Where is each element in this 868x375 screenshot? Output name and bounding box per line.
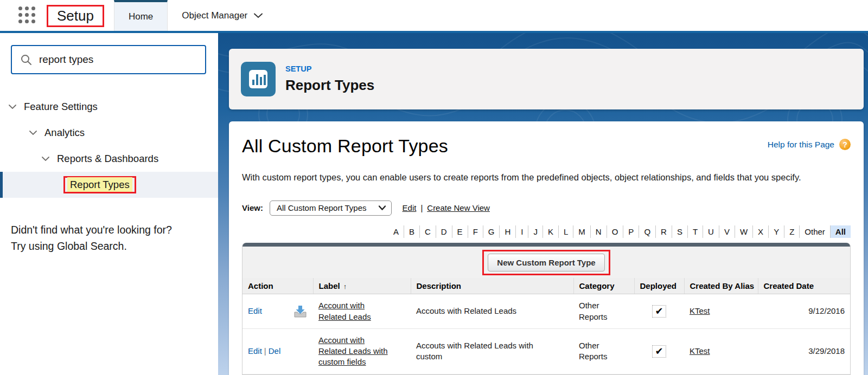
setup-main-area: SETUP Report Types All Custom Report Typ… bbox=[218, 33, 868, 375]
chevron-down-icon bbox=[254, 13, 263, 18]
alphabet-letter[interactable]: T bbox=[688, 225, 703, 238]
list-view-title: All Custom Report Types bbox=[242, 135, 448, 157]
app-launcher-icon[interactable] bbox=[18, 7, 37, 25]
chevron-down-icon bbox=[9, 105, 16, 109]
chevron-down-icon bbox=[29, 131, 37, 135]
row-description: Accouts with Related Leads with custom bbox=[416, 340, 546, 363]
row-edit-link[interactable]: Edit bbox=[248, 306, 262, 316]
col-header-deployed[interactable]: Deployed bbox=[634, 278, 684, 294]
alphabet-letter[interactable]: M bbox=[573, 225, 591, 238]
top-navigation-bar: Setup Home Object Manager bbox=[0, 0, 868, 31]
tab-object-manager-label: Object Manager bbox=[182, 10, 247, 21]
alphabet-letter[interactable]: O bbox=[607, 225, 624, 238]
row-edit-link[interactable]: Edit bbox=[248, 346, 262, 355]
annotation-box-report-types: Report Types bbox=[63, 176, 136, 193]
deployed-check-icon: ✔ bbox=[652, 345, 666, 358]
view-label: View: bbox=[242, 203, 263, 212]
deployed-check-icon: ✔ bbox=[652, 305, 666, 318]
alphabet-letter[interactable]: L bbox=[559, 225, 573, 238]
alphabet-letter[interactable]: I bbox=[516, 225, 528, 238]
alphabet-letter[interactable]: Q bbox=[639, 225, 656, 238]
alphabet-letter[interactable]: Y bbox=[769, 225, 784, 238]
alphabet-letter[interactable]: X bbox=[753, 225, 769, 238]
col-header-category[interactable]: Category bbox=[573, 278, 634, 294]
setup-sidebar: Feature Settings Analytics Reports & Das… bbox=[0, 33, 218, 375]
view-select-value: All Custom Report Types bbox=[277, 203, 367, 212]
alphabet-letter[interactable]: All bbox=[831, 225, 851, 238]
row-description: Accouts with Related Leads bbox=[416, 306, 516, 316]
sidebar-item-label: Analytics bbox=[44, 127, 85, 139]
setup-nav-tree: Feature Settings Analytics Reports & Das… bbox=[0, 94, 218, 198]
tab-home-label: Home bbox=[129, 11, 153, 22]
bar-chart-icon bbox=[248, 69, 269, 89]
create-new-view-link[interactable]: Create New View bbox=[427, 203, 490, 212]
row-del-link[interactable]: Del bbox=[269, 346, 281, 355]
sort-ascending-icon: ↑ bbox=[343, 282, 347, 290]
view-select[interactable]: All Custom Report Types bbox=[270, 201, 392, 216]
report-type-label-link[interactable]: Account with Related Leads with custom f… bbox=[318, 335, 390, 368]
salesforce-setup-screen: Setup Home Object Manager bbox=[0, 0, 868, 375]
col-header-created-by-alias[interactable]: Created By Alias bbox=[684, 278, 758, 294]
sidebar-item-reports-dashboards[interactable]: Reports & Dashboards bbox=[0, 146, 218, 172]
alphabet-letter[interactable]: E bbox=[452, 225, 468, 238]
report-types-content-card: All Custom Report Types Help for this Pa… bbox=[229, 121, 864, 375]
tab-home[interactable]: Home bbox=[114, 0, 168, 31]
setup-tabs: Home Object Manager bbox=[114, 0, 277, 31]
annotation-box-new-button: New Custom Report Type bbox=[482, 250, 610, 275]
help-for-this-page-link[interactable]: Help for this Page bbox=[768, 140, 834, 150]
alphabet-letter[interactable]: R bbox=[656, 225, 672, 238]
alphabet-letter[interactable]: S bbox=[672, 225, 688, 238]
search-icon bbox=[21, 54, 32, 66]
alphabet-letter[interactable]: C bbox=[420, 225, 436, 238]
alphabet-letter[interactable]: B bbox=[404, 225, 420, 238]
new-custom-report-type-button[interactable]: New Custom Report Type bbox=[488, 254, 604, 271]
list-panel: New Custom Report Type Action Label↑ bbox=[242, 243, 851, 374]
sidebar-item-label: Report Types bbox=[67, 177, 132, 192]
report-types-table: Action Label↑ Description Category Deplo… bbox=[242, 278, 850, 374]
alphabet-letter[interactable]: N bbox=[591, 225, 607, 238]
alphabet-letter[interactable]: D bbox=[436, 225, 452, 238]
alphabet-letter[interactable]: P bbox=[623, 225, 639, 238]
sidebar-item-report-types[interactable]: Report Types bbox=[0, 172, 218, 198]
breadcrumb-setup: SETUP bbox=[285, 64, 374, 73]
tab-object-manager[interactable]: Object Manager bbox=[168, 0, 277, 31]
col-header-action[interactable]: Action bbox=[242, 278, 313, 294]
table-row: Edit|Del Account with Related Leads with… bbox=[242, 328, 850, 374]
alphabet-letter[interactable]: V bbox=[719, 225, 735, 238]
alphabet-letter[interactable]: W bbox=[735, 225, 753, 238]
alphabet-letter[interactable]: J bbox=[528, 225, 543, 238]
created-by-alias-link[interactable]: KTest bbox=[690, 346, 710, 355]
row-created-date: 3/29/2018 bbox=[758, 328, 850, 374]
col-header-label[interactable]: Label↑ bbox=[313, 278, 411, 294]
alphabet-letter[interactable]: G bbox=[483, 225, 500, 238]
alphabet-filter: ABCDEFGHIJKLMNOPQRSTUVWXYZOtherAll bbox=[242, 225, 851, 238]
help-question-icon[interactable]: ? bbox=[839, 139, 851, 150]
alphabet-letter[interactable]: H bbox=[500, 225, 516, 238]
quick-find-input[interactable] bbox=[39, 54, 186, 66]
page-title: Report Types bbox=[285, 77, 374, 94]
quick-find-searchbox[interactable] bbox=[11, 45, 206, 74]
alphabet-letter[interactable]: Other bbox=[800, 225, 831, 238]
global-search-hint: Didn't find what you're looking for? Try… bbox=[11, 222, 202, 254]
created-by-alias-link[interactable]: KTest bbox=[690, 306, 710, 315]
col-header-description[interactable]: Description bbox=[411, 278, 573, 294]
download-deploy-icon[interactable] bbox=[293, 304, 308, 319]
edit-view-link[interactable]: Edit bbox=[403, 203, 417, 212]
alphabet-letter[interactable]: K bbox=[543, 225, 559, 238]
sidebar-item-label: Reports & Dashboards bbox=[57, 153, 158, 165]
alphabet-letter[interactable]: U bbox=[703, 225, 719, 238]
sidebar-item-feature-settings[interactable]: Feature Settings bbox=[0, 94, 218, 120]
row-created-date: 9/12/2016 bbox=[758, 294, 850, 329]
setup-app-label: Setup bbox=[57, 8, 94, 24]
sidebar-item-analytics[interactable]: Analytics bbox=[0, 120, 218, 146]
sidebar-item-label: Feature Settings bbox=[24, 101, 98, 113]
alphabet-letter[interactable]: A bbox=[388, 225, 404, 238]
link-separator: | bbox=[420, 203, 423, 212]
report-type-label-link[interactable]: Account with Related Leads bbox=[318, 300, 390, 322]
page-header-card: SETUP Report Types bbox=[229, 49, 864, 109]
alphabet-letter[interactable]: F bbox=[468, 225, 483, 238]
table-header-row: Action Label↑ Description Category Deplo… bbox=[242, 278, 850, 294]
alphabet-letter[interactable]: Z bbox=[784, 225, 800, 238]
table-row: Edit Account with Related Leads Accouts … bbox=[242, 294, 850, 329]
col-header-created-date[interactable]: Created Date bbox=[758, 278, 850, 294]
